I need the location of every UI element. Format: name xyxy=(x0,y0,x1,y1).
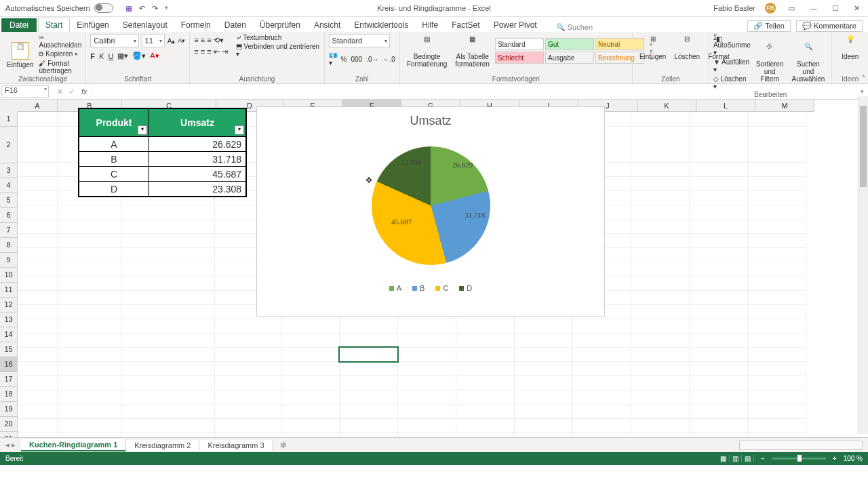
zoom-out-icon[interactable]: − xyxy=(761,455,765,462)
ideas-button[interactable]: 💡Ideen xyxy=(836,34,864,60)
sheet-tab-2[interactable]: Kreisdiagramm 2 xyxy=(126,440,199,451)
font-name-combo[interactable]: Calibri xyxy=(90,34,138,47)
increase-font-icon[interactable]: A▴ xyxy=(167,37,176,45)
indent-dec-icon[interactable]: ⇤ xyxy=(214,47,220,56)
collapse-ribbon-icon[interactable]: ˄ xyxy=(862,75,865,82)
number-format-combo[interactable]: Standard xyxy=(329,34,390,47)
style-output[interactable]: Ausgabe xyxy=(545,52,594,64)
tab-help[interactable]: Hilfe xyxy=(415,18,445,32)
decrease-decimal-icon[interactable]: ←.0 xyxy=(383,56,395,63)
find-select-button[interactable]: 🔍Suchen und Auswählen xyxy=(789,41,827,83)
tab-data[interactable]: Daten xyxy=(218,18,253,32)
border-icon[interactable]: ▦▾ xyxy=(117,52,128,60)
percent-icon[interactable]: % xyxy=(341,56,347,63)
sheet-tab-3[interactable]: Kreisdiagramm 3 xyxy=(199,440,273,451)
filter-dropdown-icon[interactable]: ▾ xyxy=(235,125,244,135)
share-button[interactable]: 🔗 Teilen xyxy=(747,20,791,32)
currency-icon[interactable]: 💶▾ xyxy=(329,52,337,66)
align-middle-icon[interactable]: ≡ xyxy=(201,36,205,44)
filter-dropdown-icon[interactable]: ▾ xyxy=(138,125,147,135)
select-all-corner[interactable] xyxy=(0,100,18,113)
zoom-in-icon[interactable]: + xyxy=(833,455,837,462)
tab-powerpivot[interactable]: Power Pivot xyxy=(487,18,544,32)
row-headers[interactable]: 12345678910111213141516171819202122 xyxy=(0,112,18,437)
zoom-level[interactable]: 100 % xyxy=(844,455,863,462)
style-good[interactable]: Gut xyxy=(545,38,594,50)
insert-cells-button[interactable]: ⊞Einfügen xyxy=(637,34,669,60)
pie-chart[interactable]: Umsatz 26.629 31.718 45.687 23.308 ✥ A B… xyxy=(256,106,605,317)
expand-fx-icon[interactable]: ▾ xyxy=(856,88,868,95)
tab-review[interactable]: Überprüfen xyxy=(253,18,307,32)
decrease-font-icon[interactable]: A▾ xyxy=(178,37,185,44)
cell-product[interactable]: B xyxy=(79,152,149,167)
horizontal-scrollbar[interactable] xyxy=(739,441,863,450)
worksheet-area[interactable]: ABCDEFGHIJKLM 12345678910111213141516171… xyxy=(0,100,868,437)
toggle-switch[interactable] xyxy=(94,3,113,13)
style-bad[interactable]: Schlecht xyxy=(495,52,544,64)
maximize-icon[interactable]: ☐ xyxy=(829,4,842,13)
cell-revenue[interactable]: 23.308 xyxy=(149,182,247,197)
font-size-combo[interactable]: 11 xyxy=(142,34,165,47)
search-box[interactable]: 🔍 Suchen xyxy=(556,23,593,32)
tab-developer[interactable]: Entwicklertools xyxy=(347,18,415,32)
cell-revenue[interactable]: 31.718 xyxy=(149,152,247,167)
align-bottom-icon[interactable]: ≡ xyxy=(207,36,211,44)
indent-inc-icon[interactable]: ⇥ xyxy=(222,47,228,56)
italic-button[interactable]: K xyxy=(99,52,104,60)
increase-decimal-icon[interactable]: .0→ xyxy=(366,56,378,63)
tab-start[interactable]: Start xyxy=(38,18,70,32)
autosave-toggle[interactable]: Automatisches Speichern xyxy=(0,3,119,13)
autosum-button[interactable]: Σ AutoSumme ▾ xyxy=(713,34,751,56)
zoom-slider[interactable] xyxy=(772,458,826,460)
align-right-icon[interactable]: ≡ xyxy=(207,47,211,56)
cell-revenue[interactable]: 45.687 xyxy=(149,167,247,182)
user-name[interactable]: Fabio Basler xyxy=(713,4,755,12)
conditional-formatting-button[interactable]: ▤Bedingte Formatierung xyxy=(404,34,450,68)
sort-filter-button[interactable]: ⯑Sortieren und Filtern xyxy=(753,41,787,83)
fill-color-icon[interactable]: 🪣▾ xyxy=(132,52,146,60)
comments-button[interactable]: 💬 Kommentare xyxy=(796,20,863,32)
sheet-nav-icon[interactable]: ◂ ▸ xyxy=(0,441,21,449)
copy-button[interactable]: ⧉ Kopieren ▾ xyxy=(39,50,81,58)
vertical-scrollbar[interactable] xyxy=(858,96,868,434)
save-icon[interactable]: ▦ xyxy=(125,4,132,13)
format-painter-button[interactable]: 🖌 Format übertragen xyxy=(39,60,81,75)
tab-view[interactable]: Ansicht xyxy=(307,18,347,32)
tab-file[interactable]: Datei xyxy=(1,18,37,32)
align-left-icon[interactable]: ≡ xyxy=(194,47,198,56)
thousands-icon[interactable]: 000 xyxy=(351,56,363,63)
merge-center-button[interactable]: ⬒ Verbinden und zentrieren ▾ xyxy=(236,43,320,58)
undo-icon[interactable]: ↶ xyxy=(139,4,145,13)
minimize-icon[interactable]: — xyxy=(807,4,820,12)
underline-button[interactable]: U xyxy=(108,52,113,60)
format-as-table-button[interactable]: ▦Als Tabelle formatieren xyxy=(452,34,492,68)
fill-button[interactable]: ▼ Ausfüllen ▾ xyxy=(713,58,751,73)
paste-button[interactable]: 📋 Einfügen xyxy=(4,41,36,68)
cell-product[interactable]: A xyxy=(79,137,149,152)
style-standard[interactable]: Standard xyxy=(495,38,544,50)
tab-factset[interactable]: FactSet xyxy=(445,18,486,32)
clear-button[interactable]: ◇ Löschen ▾ xyxy=(713,75,751,90)
redo-icon[interactable]: ↷ xyxy=(152,4,158,13)
fx-icon[interactable]: fx xyxy=(81,87,92,96)
active-cell[interactable] xyxy=(338,346,399,363)
add-sheet-icon[interactable]: ⊕ xyxy=(273,441,293,449)
align-top-icon[interactable]: ≡ xyxy=(194,36,198,44)
sheet-tab-1[interactable]: Kuchen-Ringdiagramm 1 xyxy=(21,439,126,451)
cut-button[interactable]: ✂ Ausschneiden xyxy=(39,34,81,49)
wrap-text-button[interactable]: ⤶ Textumbruch xyxy=(236,34,320,41)
cell-product[interactable]: D xyxy=(79,182,149,197)
bold-button[interactable]: F xyxy=(90,52,95,60)
tab-formulas[interactable]: Formeln xyxy=(174,18,218,32)
ribbon-display-icon[interactable]: ▭ xyxy=(785,4,797,13)
tab-pagelayout[interactable]: Seitenlayout xyxy=(116,18,174,32)
table-header-product[interactable]: Produkt▾ xyxy=(79,108,149,137)
close-icon[interactable]: ✕ xyxy=(851,4,863,13)
delete-cells-button[interactable]: ⊟Löschen xyxy=(671,34,703,60)
cell-product[interactable]: C xyxy=(79,167,149,182)
avatar[interactable]: FB xyxy=(765,3,776,14)
tab-insert[interactable]: Einfügen xyxy=(70,18,115,32)
name-box[interactable]: F16 xyxy=(1,85,49,98)
orientation-icon[interactable]: ⟲▾ xyxy=(214,36,224,45)
view-buttons[interactable]: ▦▥▤ xyxy=(717,455,754,462)
